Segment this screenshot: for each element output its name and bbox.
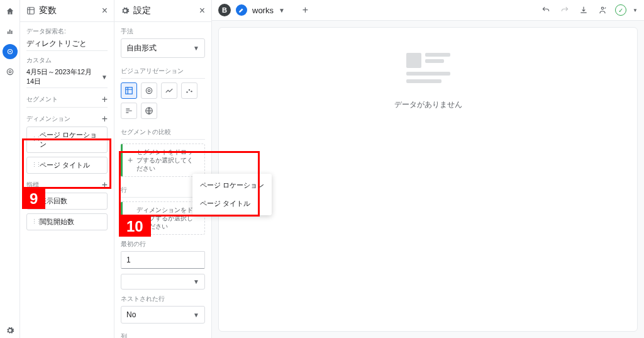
segments-section-head: セグメント + [26,94,108,104]
settings-panel: 設定 × 手法 自由形式 ▼ ビジュアリゼーション セグメントの比較 [114,0,212,338]
nav-rail [0,0,20,338]
variables-header: 変数 × [20,0,114,22]
chevron-down-icon: ▼ [193,312,199,318]
dimensions-section-head: ディメンション + [26,114,108,124]
dropdown-item[interactable]: ページ タイトル [192,194,272,213]
svg-rect-4 [28,8,35,14]
visualization-label: ビジュアリゼーション [121,67,205,76]
svg-point-12 [601,7,604,9]
nested-rows-value: No [126,310,136,319]
dropzone-text: セグメントをドロップするか選択してください [136,148,199,172]
line-viz-icon[interactable] [161,82,177,99]
add-dimension-button[interactable]: + [102,114,108,124]
chevron-down-icon: ▼ [193,278,199,285]
svg-point-7 [148,89,150,92]
donut-viz-icon[interactable] [141,82,157,99]
reports-icon[interactable] [3,24,18,39]
chip-label: ページ ロケーション [40,130,102,149]
nested-rows-select[interactable]: No ▼ [121,306,205,324]
svg-point-3 [9,70,11,73]
home-icon[interactable] [3,4,18,19]
gear-icon [121,6,130,15]
settings-header: 設定 × [114,0,211,22]
no-data-text: データがありません [394,99,462,110]
explore-icon[interactable] [3,44,18,59]
advertising-icon[interactable] [3,64,18,79]
variables-panel: 変数 × データ探索名: ディレクトリごと カスタム 4月5日～2023年12月… [20,0,114,338]
custom-label: カスタム [26,56,108,65]
dimension-dropdown-menu: ページ ロケーション ページ タイトル [192,174,272,215]
svg-point-10 [191,91,192,92]
status-check-icon[interactable]: ✓ [615,4,626,16]
variables-icon [26,6,35,15]
svg-point-2 [7,69,13,74]
date-range-text: 4月5日～2023年12月14日 [26,67,99,86]
svg-point-9 [189,89,190,91]
chevron-down-icon[interactable]: ▼ [279,7,285,14]
redo-icon[interactable] [558,4,571,16]
chip-label: 表示回数 [40,196,67,206]
svg-point-8 [186,91,187,93]
nested-rows-label: ネストされた行 [121,295,205,303]
variables-title: 変数 [39,5,57,16]
metric-chip[interactable]: 閲覧開始数 [26,213,108,230]
exploration-name-label: データ探索名: [26,27,108,36]
main-area: B works ▼ + ✓ ▼ [212,0,644,338]
svg-point-6 [146,87,152,93]
chip-label: 閲覧開始数 [40,217,74,227]
chevron-down-icon: ▼ [101,74,108,81]
plus-icon: + [128,212,133,223]
segment-dropzone[interactable]: + セグメントをドロップするか選択してください [121,144,205,177]
svg-rect-5 [126,87,133,94]
table-viz-icon[interactable] [121,82,137,99]
canvas: データがありません [218,27,638,332]
geo-viz-icon[interactable] [141,103,157,119]
close-icon[interactable]: × [199,6,205,16]
segments-label: セグメント [26,95,58,104]
technique-label: 手法 [121,27,205,36]
grip-icon [32,198,37,205]
dimension-chip[interactable]: ページ ロケーション [26,127,108,153]
bar-viz-icon[interactable] [121,103,137,119]
edit-icon[interactable] [236,4,247,16]
download-icon[interactable] [577,4,590,16]
add-segment-button[interactable]: + [102,94,108,104]
svg-point-1 [9,51,10,52]
admin-gear-icon[interactable] [3,323,18,338]
first-row-input[interactable]: 1 [121,251,205,269]
technique-select[interactable]: 自由形式 ▼ [121,38,205,58]
undo-icon[interactable] [540,4,552,16]
add-metric-button[interactable]: + [102,180,108,190]
dimensions-label: ディメンション [26,115,70,123]
chip-label: ページ タイトル [40,161,90,170]
date-range-picker[interactable]: 4月5日～2023年12月14日 ▼ [26,67,108,86]
first-row-label: 最初の行 [121,240,205,249]
dropdown-item[interactable]: ページ ロケーション [192,176,272,194]
chevron-down-icon[interactable]: ▼ [633,8,638,13]
metric-chip[interactable]: 表示回数 [26,193,108,210]
share-icon[interactable] [596,4,609,16]
technique-value: 自由形式 [126,43,157,54]
scatter-viz-icon[interactable] [181,82,197,99]
tab-label[interactable]: works [252,6,274,15]
dimension-chip[interactable]: ページ タイトル [26,157,108,174]
settings-title: 設定 [133,5,151,16]
grip-icon [32,219,37,225]
chevron-down-icon: ▼ [193,45,199,52]
tab-badge: B [218,4,231,16]
grip-icon [32,137,37,143]
grip-icon [32,162,37,169]
dropzone-text: ディメンションをドロップするか選択してください [136,206,199,230]
metrics-section-head: 指標 + [26,180,108,190]
add-tab-button[interactable]: + [303,5,308,15]
show-rows-select[interactable]: ▼ [121,274,205,290]
visualization-picker [121,82,205,119]
no-data-placeholder-icon [406,53,450,91]
exploration-name-value[interactable]: ディレクトリごと [26,38,108,49]
first-row-value: 1 [126,256,131,264]
plus-icon: + [128,154,133,166]
metrics-label: 指標 [26,181,39,189]
segment-compare-label: セグメントの比較 [121,128,205,137]
close-icon[interactable]: × [102,6,108,16]
tab-bar: B works ▼ + ✓ ▼ [212,0,644,21]
